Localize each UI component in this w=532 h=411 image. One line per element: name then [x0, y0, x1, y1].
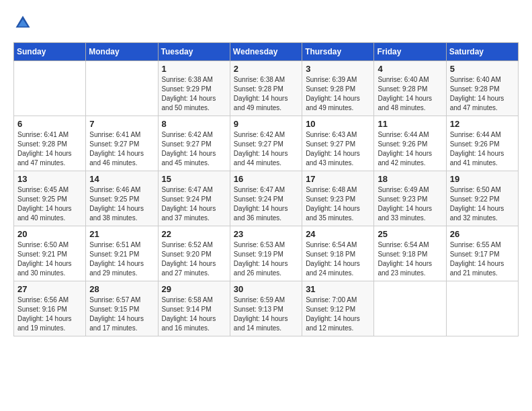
- day-info: Sunrise: 6:42 AM Sunset: 9:27 PM Dayligh…: [162, 130, 226, 168]
- day-info: Sunrise: 6:43 AM Sunset: 9:27 PM Dayligh…: [306, 130, 370, 168]
- calendar-cell: 29Sunrise: 6:58 AM Sunset: 9:14 PM Dayli…: [158, 281, 230, 336]
- day-info: Sunrise: 6:40 AM Sunset: 9:28 PM Dayligh…: [378, 75, 442, 113]
- col-header-wednesday: Wednesday: [230, 43, 302, 61]
- day-number: 26: [450, 229, 515, 239]
- calendar-cell: 27Sunrise: 6:56 AM Sunset: 9:16 PM Dayli…: [14, 281, 86, 336]
- day-number: 21: [89, 229, 154, 239]
- day-info: Sunrise: 6:54 AM Sunset: 9:18 PM Dayligh…: [378, 240, 442, 278]
- day-info: Sunrise: 6:50 AM Sunset: 9:21 PM Dayligh…: [17, 240, 82, 278]
- calendar-cell: 1Sunrise: 6:38 AM Sunset: 9:29 PM Daylig…: [158, 61, 230, 116]
- day-info: Sunrise: 6:42 AM Sunset: 9:27 PM Dayligh…: [234, 130, 298, 168]
- day-number: 4: [378, 64, 442, 74]
- day-number: 1: [162, 64, 226, 74]
- calendar-table: SundayMondayTuesdayWednesdayThursdayFrid…: [13, 42, 519, 336]
- calendar-cell: 9Sunrise: 6:42 AM Sunset: 9:27 PM Daylig…: [230, 116, 302, 171]
- day-info: Sunrise: 6:58 AM Sunset: 9:14 PM Dayligh…: [162, 295, 226, 333]
- logo-icon: [13, 13, 32, 32]
- day-info: Sunrise: 6:59 AM Sunset: 9:13 PM Dayligh…: [234, 295, 298, 333]
- day-number: 15: [162, 174, 226, 184]
- calendar-cell: 5Sunrise: 6:40 AM Sunset: 9:28 PM Daylig…: [446, 61, 518, 116]
- calendar-cell: 13Sunrise: 6:45 AM Sunset: 9:25 PM Dayli…: [14, 171, 86, 226]
- day-number: 9: [234, 119, 298, 129]
- day-number: 27: [17, 284, 82, 294]
- col-header-tuesday: Tuesday: [158, 43, 230, 61]
- day-info: Sunrise: 6:57 AM Sunset: 9:15 PM Dayligh…: [89, 295, 154, 333]
- calendar-cell: 31Sunrise: 7:00 AM Sunset: 9:12 PM Dayli…: [302, 281, 374, 336]
- day-number: 29: [162, 284, 226, 294]
- calendar-cell: 26Sunrise: 6:55 AM Sunset: 9:17 PM Dayli…: [446, 226, 518, 281]
- calendar-cell: 22Sunrise: 6:52 AM Sunset: 9:20 PM Dayli…: [158, 226, 230, 281]
- day-number: 6: [17, 119, 82, 129]
- calendar-cell: 16Sunrise: 6:47 AM Sunset: 9:24 PM Dayli…: [230, 171, 302, 226]
- day-info: Sunrise: 6:47 AM Sunset: 9:24 PM Dayligh…: [234, 185, 298, 223]
- day-number: 18: [378, 174, 442, 184]
- day-info: Sunrise: 6:48 AM Sunset: 9:23 PM Dayligh…: [306, 185, 370, 223]
- calendar-cell: 20Sunrise: 6:50 AM Sunset: 9:21 PM Dayli…: [14, 226, 86, 281]
- day-info: Sunrise: 6:40 AM Sunset: 9:28 PM Dayligh…: [450, 75, 515, 113]
- calendar-cell: 17Sunrise: 6:48 AM Sunset: 9:23 PM Dayli…: [302, 171, 374, 226]
- calendar-cell: [86, 61, 158, 116]
- day-number: 2: [234, 64, 298, 74]
- calendar-cell: 18Sunrise: 6:49 AM Sunset: 9:23 PM Dayli…: [374, 171, 446, 226]
- calendar-cell: 23Sunrise: 6:53 AM Sunset: 9:19 PM Dayli…: [230, 226, 302, 281]
- day-info: Sunrise: 6:47 AM Sunset: 9:24 PM Dayligh…: [162, 185, 226, 223]
- day-info: Sunrise: 6:39 AM Sunset: 9:28 PM Dayligh…: [306, 75, 370, 113]
- calendar-cell: 11Sunrise: 6:44 AM Sunset: 9:26 PM Dayli…: [374, 116, 446, 171]
- day-number: 12: [450, 119, 515, 129]
- calendar-cell: 21Sunrise: 6:51 AM Sunset: 9:21 PM Dayli…: [86, 226, 158, 281]
- day-info: Sunrise: 6:49 AM Sunset: 9:23 PM Dayligh…: [378, 185, 442, 223]
- logo: [13, 13, 35, 32]
- calendar-cell: 19Sunrise: 6:50 AM Sunset: 9:22 PM Dayli…: [446, 171, 518, 226]
- day-number: 20: [17, 229, 82, 239]
- day-info: Sunrise: 6:51 AM Sunset: 9:21 PM Dayligh…: [89, 240, 154, 278]
- day-number: 13: [17, 174, 82, 184]
- day-info: Sunrise: 7:00 AM Sunset: 9:12 PM Dayligh…: [306, 295, 370, 333]
- calendar-cell: 2Sunrise: 6:38 AM Sunset: 9:28 PM Daylig…: [230, 61, 302, 116]
- calendar-cell: 3Sunrise: 6:39 AM Sunset: 9:28 PM Daylig…: [302, 61, 374, 116]
- day-number: 30: [234, 284, 298, 294]
- day-info: Sunrise: 6:46 AM Sunset: 9:25 PM Dayligh…: [89, 185, 154, 223]
- day-info: Sunrise: 6:52 AM Sunset: 9:20 PM Dayligh…: [162, 240, 226, 278]
- calendar-cell: 10Sunrise: 6:43 AM Sunset: 9:27 PM Dayli…: [302, 116, 374, 171]
- day-number: 3: [306, 64, 370, 74]
- day-info: Sunrise: 6:53 AM Sunset: 9:19 PM Dayligh…: [234, 240, 298, 278]
- day-number: 5: [450, 64, 515, 74]
- day-number: 28: [89, 284, 154, 294]
- calendar-cell: [14, 61, 86, 116]
- calendar-cell: 30Sunrise: 6:59 AM Sunset: 9:13 PM Dayli…: [230, 281, 302, 336]
- day-info: Sunrise: 6:41 AM Sunset: 9:28 PM Dayligh…: [17, 130, 82, 168]
- day-number: 10: [306, 119, 370, 129]
- day-info: Sunrise: 6:54 AM Sunset: 9:18 PM Dayligh…: [306, 240, 370, 278]
- calendar-cell: 6Sunrise: 6:41 AM Sunset: 9:28 PM Daylig…: [14, 116, 86, 171]
- calendar-cell: [446, 281, 518, 336]
- calendar-cell: 28Sunrise: 6:57 AM Sunset: 9:15 PM Dayli…: [86, 281, 158, 336]
- calendar-cell: 8Sunrise: 6:42 AM Sunset: 9:27 PM Daylig…: [158, 116, 230, 171]
- day-number: 14: [89, 174, 154, 184]
- day-number: 17: [306, 174, 370, 184]
- calendar-cell: 24Sunrise: 6:54 AM Sunset: 9:18 PM Dayli…: [302, 226, 374, 281]
- day-info: Sunrise: 6:56 AM Sunset: 9:16 PM Dayligh…: [17, 295, 82, 333]
- calendar-cell: [374, 281, 446, 336]
- calendar-cell: 15Sunrise: 6:47 AM Sunset: 9:24 PM Dayli…: [158, 171, 230, 226]
- day-number: 19: [450, 174, 515, 184]
- col-header-monday: Monday: [86, 43, 158, 61]
- col-header-friday: Friday: [374, 43, 446, 61]
- col-header-thursday: Thursday: [302, 43, 374, 61]
- day-number: 23: [234, 229, 298, 239]
- day-info: Sunrise: 6:55 AM Sunset: 9:17 PM Dayligh…: [450, 240, 515, 278]
- calendar-cell: 4Sunrise: 6:40 AM Sunset: 9:28 PM Daylig…: [374, 61, 446, 116]
- day-info: Sunrise: 6:38 AM Sunset: 9:28 PM Dayligh…: [234, 75, 298, 113]
- calendar-cell: 12Sunrise: 6:44 AM Sunset: 9:26 PM Dayli…: [446, 116, 518, 171]
- day-number: 8: [162, 119, 226, 129]
- day-info: Sunrise: 6:45 AM Sunset: 9:25 PM Dayligh…: [17, 185, 82, 223]
- col-header-saturday: Saturday: [446, 43, 518, 61]
- page-header: [13, 13, 519, 32]
- col-header-sunday: Sunday: [14, 43, 86, 61]
- day-info: Sunrise: 6:50 AM Sunset: 9:22 PM Dayligh…: [450, 185, 515, 223]
- day-number: 16: [234, 174, 298, 184]
- day-info: Sunrise: 6:44 AM Sunset: 9:26 PM Dayligh…: [378, 130, 442, 168]
- day-info: Sunrise: 6:44 AM Sunset: 9:26 PM Dayligh…: [450, 130, 515, 168]
- day-number: 11: [378, 119, 442, 129]
- calendar-cell: 25Sunrise: 6:54 AM Sunset: 9:18 PM Dayli…: [374, 226, 446, 281]
- day-number: 25: [378, 229, 442, 239]
